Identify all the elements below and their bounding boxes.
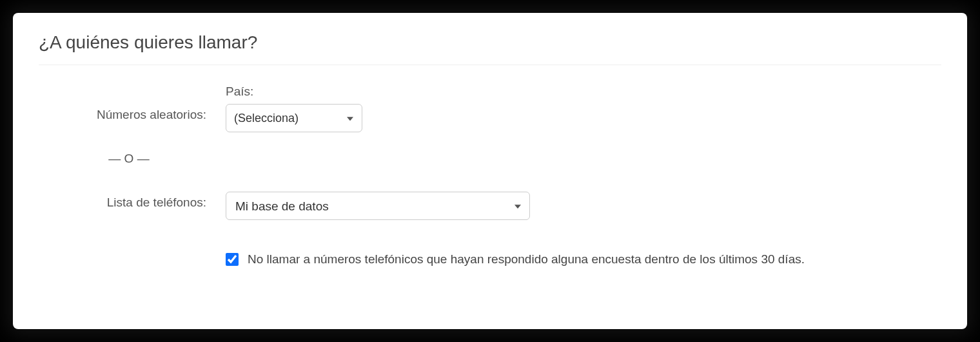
no-call-checkbox-row: No llamar a números telefónicos que haya… — [39, 252, 941, 267]
no-call-checkbox[interactable] — [226, 253, 239, 266]
country-select-wrap: (Selecciona) — [226, 104, 362, 132]
phone-list-label: Lista de teléfonos: — [39, 192, 226, 210]
checkbox-wrap: No llamar a números telefónicos que haya… — [226, 252, 805, 267]
no-call-checkbox-label: No llamar a números telefónicos que haya… — [248, 252, 805, 267]
or-divider-row: — O — — [39, 152, 941, 166]
phone-list-row: Lista de teléfonos: Mi base de datos — [39, 192, 941, 220]
country-label: País: — [226, 85, 941, 99]
country-select[interactable]: (Selecciona) — [226, 104, 362, 132]
phone-list-select[interactable]: Mi base de datos — [226, 192, 530, 220]
phone-list-input-col: Mi base de datos — [226, 192, 941, 220]
random-numbers-row: Números aleatorios: País: (Selecciona) — [39, 85, 941, 132]
random-numbers-label: Números aleatorios: — [39, 85, 226, 122]
phone-list-select-wrap: Mi base de datos — [226, 192, 530, 220]
page-title: ¿A quiénes quieres llamar? — [39, 32, 941, 65]
or-divider: — O — — [39, 152, 226, 166]
form-card: ¿A quiénes quieres llamar? Números aleat… — [13, 13, 967, 329]
country-input-col: País: (Selecciona) — [226, 85, 941, 132]
